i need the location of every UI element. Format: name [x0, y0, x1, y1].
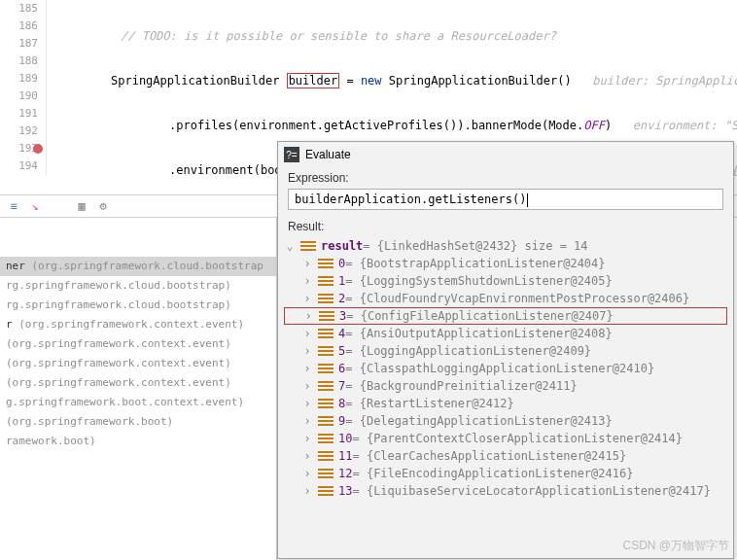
line-number: 186: [0, 18, 46, 35]
line-number: 188: [0, 52, 46, 70]
expression-label: Expression:: [278, 167, 733, 187]
expression-input[interactable]: builderApplication.getListeners(): [288, 189, 723, 190]
evaluate-icon: ?=: [284, 147, 299, 162]
line-number: 187: [0, 35, 46, 52]
gutter: 185 186 187 188 189 190 191 192 193 194: [0, 0, 47, 175]
line-number: 189: [0, 70, 46, 88]
breakpoint-icon[interactable]: [33, 144, 43, 154]
code-text: SpringApplicationBuilder: [111, 74, 279, 88]
popup-title: ?= Evaluate: [278, 142, 733, 167]
line-number: 193: [0, 140, 46, 158]
line-number: 190: [0, 88, 46, 105]
line-number: 194: [0, 158, 46, 175]
line-number: 192: [0, 122, 46, 140]
variable-box: builder: [287, 73, 340, 88]
comment: // TODO: is it possible or sensible to s…: [121, 29, 556, 43]
evaluate-popup: ?= Evaluate Expression: builderApplicati…: [277, 141, 734, 190]
line-number: 191: [0, 105, 46, 122]
line-number: 185: [0, 0, 46, 18]
